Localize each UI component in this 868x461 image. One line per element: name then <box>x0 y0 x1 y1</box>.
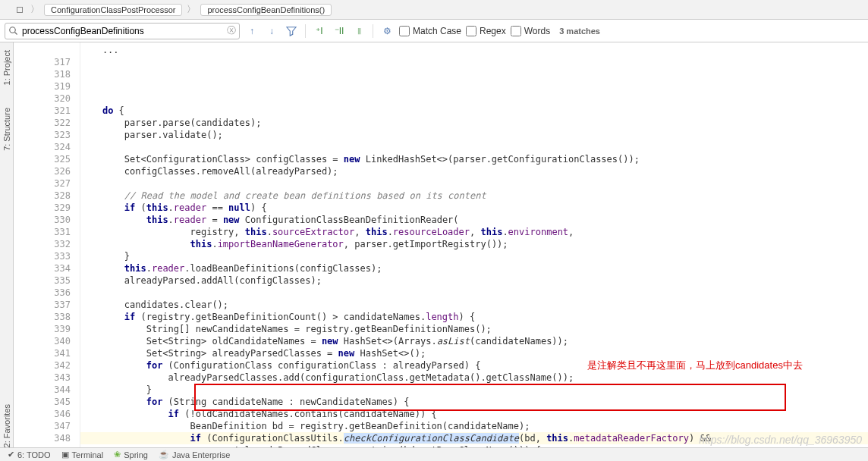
svg-point-0 <box>10 27 16 33</box>
menu-icon[interactable] <box>14 7 26 13</box>
regex-label: Regex <box>480 26 506 36</box>
breadcrumb-sep: 〉 <box>30 3 39 16</box>
select-all-icon[interactable]: ⫴ <box>351 24 366 39</box>
match-case-checkbox[interactable]: Match Case <box>399 26 461 36</box>
editor[interactable]: 3173183193203213223233243253263273283293… <box>14 42 868 447</box>
left-tool-strip: 1: Project 7: Structure 2: Favorites <box>0 42 14 447</box>
regex-checkbox[interactable]: Regex <box>466 26 506 36</box>
find-toolbar: ⓧ ↑ ↓ ⁺I ⁻II ⫴ ⚙ Match Case Regex Words … <box>0 20 868 42</box>
clear-search-icon[interactable]: ⓧ <box>227 24 236 37</box>
breadcrumb-method[interactable]: processConfigBeanDefinitions() <box>200 4 332 16</box>
words-checkbox[interactable]: Words <box>511 26 550 36</box>
prev-match-icon[interactable]: ↑ <box>244 24 259 39</box>
add-selection-icon[interactable]: ⁺I <box>312 24 327 39</box>
annotation-text: 是注解类且不再这里面，马上放到candidates中去 <box>587 359 803 372</box>
next-match-icon[interactable]: ↓ <box>264 24 279 39</box>
breadcrumb-bar: 〉 ConfigurationClassPostProcessor 〉 proc… <box>0 0 868 20</box>
toolbar-separator <box>373 24 373 38</box>
settings-icon[interactable]: ⚙ <box>379 24 395 39</box>
terminal-icon: ▣ <box>61 450 69 459</box>
breadcrumb-sep: 〉 <box>187 3 196 16</box>
tab-favorites[interactable]: 2: Favorites <box>2 404 11 447</box>
breadcrumb-class[interactable]: ConfigurationClassPostProcessor <box>44 4 182 16</box>
search-field-wrap[interactable]: ⓧ <box>5 23 240 39</box>
code-view[interactable]: ... 是注解类且不再这里面，马上放到candidates中去 do { par… <box>80 42 868 447</box>
toolbar-separator <box>305 24 306 38</box>
filter-icon[interactable] <box>284 24 299 39</box>
svg-line-1 <box>15 32 17 34</box>
tab-project[interactable]: 1: Project <box>2 50 11 85</box>
tab-structure[interactable]: 7: Structure <box>2 108 11 151</box>
search-input[interactable] <box>19 26 227 36</box>
bottom-tool-strip: ✔6: TODO ▣Terminal ❀Spring ☕Java Enterpr… <box>0 447 868 461</box>
java-ee-icon: ☕ <box>159 450 169 459</box>
tab-spring[interactable]: ❀Spring <box>114 450 148 459</box>
spring-icon: ❀ <box>114 450 121 459</box>
match-count: 3 matches <box>559 27 600 36</box>
remove-selection-icon[interactable]: ⁻II <box>332 24 347 39</box>
todo-icon: ✔ <box>8 450 14 459</box>
line-gutter: 3173183193203213223233243253263273283293… <box>14 42 80 447</box>
tab-todo[interactable]: ✔6: TODO <box>8 450 51 459</box>
tab-java-ee[interactable]: ☕Java Enterprise <box>159 450 230 459</box>
words-label: Words <box>524 26 550 36</box>
match-case-label: Match Case <box>413 26 461 36</box>
search-icon <box>8 26 19 36</box>
tab-terminal[interactable]: ▣Terminal <box>61 450 104 459</box>
